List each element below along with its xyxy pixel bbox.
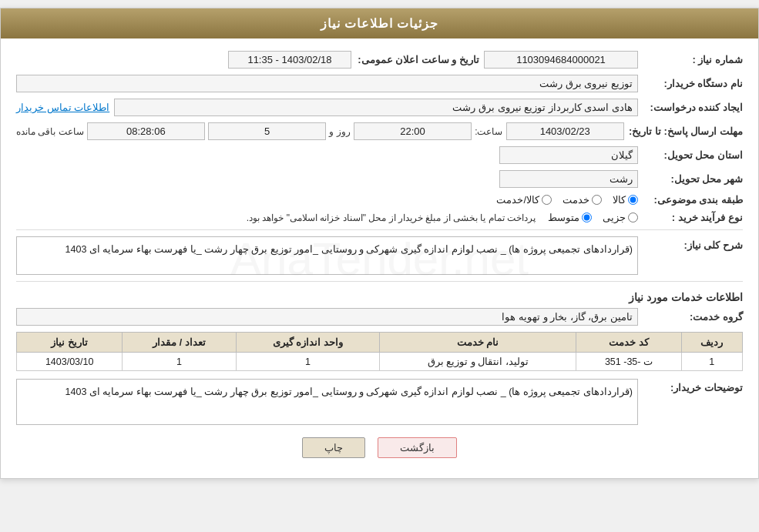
process-row: نوع فرآیند خرید : جزیی متوسط پرداخت تمام… (16, 212, 743, 223)
col-row: ردیف (681, 333, 742, 353)
category-option-kala-khedmat: کالا/خدمت (496, 194, 552, 206)
deadline-day: 5 (208, 122, 326, 140)
page-title: جزئیات اطلاعات نیاز (321, 17, 439, 30)
col-name: نام خدمت (380, 333, 576, 353)
service-group-value: تامین برق، گاز، بخار و تهویه هوا (16, 308, 638, 326)
category-radio-kala-khedmat[interactable] (542, 195, 552, 205)
col-code: کد خدمت (576, 333, 681, 353)
print-button[interactable]: چاپ (302, 437, 365, 458)
category-radio-group: کالا خدمت کالا/خدمت (496, 194, 638, 206)
deadline-row: مهلت ارسال پاسخ: تا تاریخ: 1403/02/23 سا… (16, 122, 743, 140)
province-value: گیلان (499, 146, 638, 164)
category-label-khedmat: خدمت (563, 194, 589, 206)
deadline-time: 22:00 (354, 122, 472, 140)
need-number-row: شماره نیاز : 1103094684000021 تاریخ و سا… (16, 51, 743, 69)
date-value: 1403/02/18 - 11:35 (228, 51, 351, 69)
description-row: شرح کلی نیاز: (قراردادهای تجمیعی پروژه ه… (16, 236, 743, 275)
buyer-station-row: نام دستگاه خریدار: توزیع نیروی برق رشت (16, 75, 743, 92)
services-section-title: اطلاعات خدمات مورد نیاز (16, 291, 743, 303)
buttons-row: بازگشت چاپ (16, 437, 743, 458)
buyer-station-value: توزیع نیروی برق رشت (16, 75, 638, 92)
service-group-label: گروه خدمت: (643, 311, 743, 323)
city-row: شهر محل تحویل: رشت (16, 170, 743, 188)
deadline-label: مهلت ارسال پاسخ: تا تاریخ: (629, 125, 743, 137)
date-label: تاریخ و ساعت اعلان عمومی: (356, 54, 479, 65)
back-button[interactable]: بازگشت (378, 437, 457, 458)
creator-value: هادی اسدی کاربرداز توزیع نیروی برق رشت (114, 99, 638, 116)
process-label-jozi: جزیی (603, 212, 626, 223)
category-radio-kala[interactable] (628, 195, 638, 205)
col-unit: واحد اندازه گیری (236, 333, 379, 353)
process-label-mottavset: متوسط (548, 212, 579, 223)
need-number-label: شماره نیاز : (643, 54, 743, 65)
buyer-desc-value: (قراردادهای تجمیعی پروژه ها) _ نصب لوازم… (16, 379, 638, 425)
process-note: پرداخت تمام یا بخشی از مبلغ خریدار از مح… (247, 212, 536, 223)
buyer-desc-row: توضیحات خریدار: (قراردادهای تجمیعی پروژه… (16, 379, 743, 425)
contact-link[interactable]: اطلاعات تماس خریدار (16, 102, 109, 113)
category-option-kala: کالا (613, 194, 638, 206)
category-radio-khedmat[interactable] (592, 195, 602, 205)
deadline-date: 1403/02/23 (506, 122, 624, 140)
category-label-kala: کالا (613, 194, 626, 206)
deadline-day-label: روز و (329, 126, 350, 137)
creator-row: ایجاد کننده درخواست: هادی اسدی کاربرداز … (16, 99, 743, 116)
category-option-khedmat: خدمت (563, 194, 602, 206)
buyer-desc-label: توضیحات خریدار: (643, 382, 743, 393)
process-radio-jozi[interactable] (628, 212, 638, 223)
creator-label: ایجاد کننده درخواست: (643, 102, 743, 113)
city-label: شهر محل تحویل: (643, 173, 743, 185)
process-radio-mottavset[interactable] (582, 212, 592, 223)
need-number-value: 1103094684000021 (484, 51, 638, 69)
deadline-remaining: 08:28:06 (87, 122, 205, 140)
process-radio-group: جزیی متوسط (548, 212, 638, 223)
deadline-remaining-label: ساعت باقی مانده (16, 126, 84, 137)
process-label: نوع فرآیند خرید : (643, 212, 743, 223)
col-date: تاریخ نیاز (17, 333, 123, 353)
buyer-station-label: نام دستگاه خریدار: (643, 78, 743, 89)
description-value: (قراردادهای تجمیعی پروژه ها) _ نصب لوازم… (16, 236, 638, 275)
table-row: 1ت -35- 351تولید، انتقال و توزیع برق1114… (17, 353, 743, 371)
services-table: ردیف کد خدمت نام خدمت واحد اندازه گیری ت… (16, 332, 743, 371)
category-label: طبقه بندی موضوعی: (643, 194, 743, 206)
service-group-row: گروه خدمت: تامین برق، گاز، بخار و تهویه … (16, 308, 743, 326)
deadline-time-label: ساعت: (475, 126, 502, 137)
province-row: استان محل تحویل: گیلان (16, 146, 743, 164)
col-qty: تعداد / مقدار (123, 333, 236, 353)
page-header: جزئیات اطلاعات نیاز (1, 8, 758, 38)
process-option-mottavset: متوسط (548, 212, 592, 223)
province-label: استان محل تحویل: (643, 149, 743, 161)
category-label-kala-khedmat: کالا/خدمت (496, 194, 539, 206)
process-option-jozi: جزیی (603, 212, 638, 223)
category-row: طبقه بندی موضوعی: کالا خدمت کالا/خدمت (16, 194, 743, 206)
city-value: رشت (499, 170, 638, 188)
description-label: شرح کلی نیاز: (643, 239, 743, 251)
